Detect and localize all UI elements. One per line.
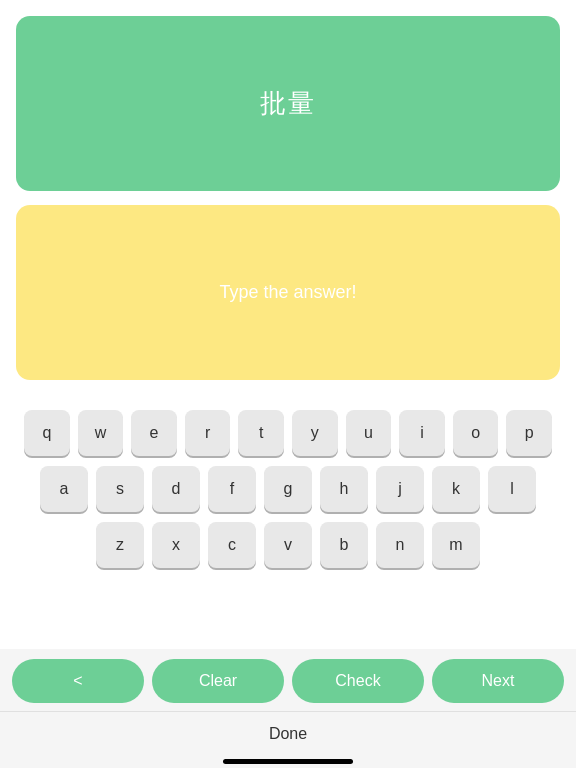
key-d[interactable]: d xyxy=(152,466,200,512)
key-o[interactable]: o xyxy=(453,410,499,456)
next-button[interactable]: Next xyxy=(432,659,564,703)
action-buttons: < Clear Check Next xyxy=(12,659,564,703)
key-b[interactable]: b xyxy=(320,522,368,568)
keyboard-row-2: asdfghjkl xyxy=(24,466,552,512)
key-h[interactable]: h xyxy=(320,466,368,512)
key-v[interactable]: v xyxy=(264,522,312,568)
keyboard-row-1: qwertyuiop xyxy=(24,410,552,456)
bottom-bar: < Clear Check Next Done xyxy=(0,649,576,768)
key-u[interactable]: u xyxy=(346,410,392,456)
main-content: 批量 Type the answer! qwertyuiop asdfghjkl… xyxy=(0,0,576,649)
question-card: 批量 xyxy=(16,16,560,191)
key-t[interactable]: t xyxy=(238,410,284,456)
key-k[interactable]: k xyxy=(432,466,480,512)
key-j[interactable]: j xyxy=(376,466,424,512)
key-g[interactable]: g xyxy=(264,466,312,512)
key-c[interactable]: c xyxy=(208,522,256,568)
key-q[interactable]: q xyxy=(24,410,70,456)
done-row: Done xyxy=(0,711,576,755)
check-button[interactable]: Check xyxy=(292,659,424,703)
back-button[interactable]: < xyxy=(12,659,144,703)
key-y[interactable]: y xyxy=(292,410,338,456)
key-n[interactable]: n xyxy=(376,522,424,568)
key-s[interactable]: s xyxy=(96,466,144,512)
answer-card[interactable]: Type the answer! xyxy=(16,205,560,380)
key-e[interactable]: e xyxy=(131,410,177,456)
home-indicator xyxy=(223,759,353,764)
key-m[interactable]: m xyxy=(432,522,480,568)
key-l[interactable]: l xyxy=(488,466,536,512)
key-a[interactable]: a xyxy=(40,466,88,512)
key-i[interactable]: i xyxy=(399,410,445,456)
keyboard-area: qwertyuiop asdfghjkl zxcvbnm xyxy=(16,410,560,568)
key-f[interactable]: f xyxy=(208,466,256,512)
key-w[interactable]: w xyxy=(78,410,124,456)
key-r[interactable]: r xyxy=(185,410,231,456)
done-button[interactable]: Done xyxy=(269,725,307,743)
keyboard-row-3: zxcvbnm xyxy=(24,522,552,568)
key-x[interactable]: x xyxy=(152,522,200,568)
key-z[interactable]: z xyxy=(96,522,144,568)
clear-button[interactable]: Clear xyxy=(152,659,284,703)
key-p[interactable]: p xyxy=(506,410,552,456)
answer-placeholder: Type the answer! xyxy=(219,282,356,303)
question-text: 批量 xyxy=(260,86,316,121)
